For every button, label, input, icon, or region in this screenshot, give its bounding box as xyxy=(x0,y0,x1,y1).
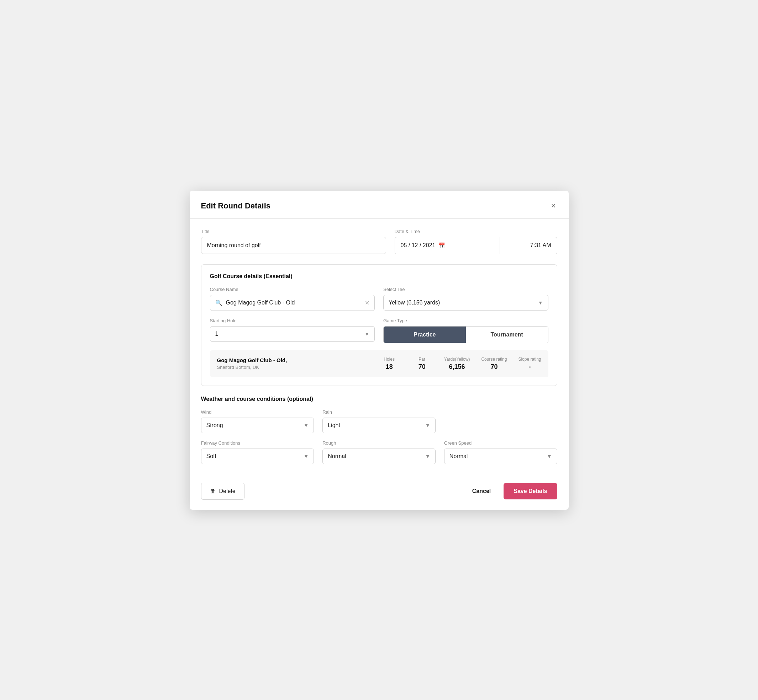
weather-section: Weather and course conditions (optional)… xyxy=(201,396,557,464)
chevron-down-icon: ▼ xyxy=(425,453,430,459)
holes-label: Holes xyxy=(384,357,395,362)
rain-dropdown[interactable]: Light ▼ xyxy=(323,417,435,433)
golf-section-title: Golf Course details (Essential) xyxy=(210,273,548,280)
rough-dropdown[interactable]: Normal ▼ xyxy=(323,448,435,464)
select-tee-group: Select Tee Yellow (6,156 yards) ▼ xyxy=(383,287,548,311)
course-location: Shelford Bottom, UK xyxy=(217,364,367,370)
chevron-down-icon: ▼ xyxy=(547,453,552,459)
edit-round-modal: Edit Round Details × Title Date & Time 0… xyxy=(190,191,568,510)
rain-group: Rain Light ▼ xyxy=(323,409,435,433)
starting-hole-group: Starting Hole 1 ▼ xyxy=(210,318,375,343)
wind-value: Strong xyxy=(207,422,223,429)
rough-label: Rough xyxy=(323,441,435,446)
holes-value: 18 xyxy=(386,363,393,370)
course-tee-row: Course Name 🔍 ✕ Select Tee Yellow (6,156… xyxy=(210,287,548,311)
modal-title: Edit Round Details xyxy=(201,201,271,211)
fairway-dropdown[interactable]: Soft ▼ xyxy=(201,448,314,464)
course-name-input[interactable] xyxy=(226,300,362,306)
green-speed-label: Green Speed xyxy=(444,441,557,446)
green-speed-value: Normal xyxy=(449,453,468,459)
select-tee-dropdown[interactable]: Yellow (6,156 yards) ▼ xyxy=(383,295,548,311)
time-part[interactable]: 7:31 AM xyxy=(500,237,557,254)
course-rating-value: 70 xyxy=(490,363,498,370)
date-label: Date & Time xyxy=(395,229,557,234)
wind-label: Wind xyxy=(201,409,314,415)
chevron-down-icon: ▼ xyxy=(365,331,370,337)
footer-right: Cancel Save Details xyxy=(469,483,557,499)
modal-footer: 🗑 Delete Cancel Save Details xyxy=(190,474,568,510)
practice-button[interactable]: Practice xyxy=(384,327,466,343)
starting-hole-value: 1 xyxy=(215,331,219,337)
date-time-row: 05 / 12 / 2021 📅 7:31 AM xyxy=(395,237,557,254)
course-rating-label: Course rating xyxy=(481,357,507,362)
clear-icon[interactable]: ✕ xyxy=(365,300,370,306)
game-type-label: Game Type xyxy=(383,318,548,323)
course-rating-stat: Course rating 70 xyxy=(481,357,507,370)
chevron-down-icon: ▼ xyxy=(304,423,309,428)
golf-course-section: Golf Course details (Essential) Course N… xyxy=(201,264,557,386)
title-field-group: Title xyxy=(201,229,386,254)
yards-value: 6,156 xyxy=(449,363,465,370)
select-tee-label: Select Tee xyxy=(383,287,548,292)
delete-button[interactable]: 🗑 Delete xyxy=(201,483,244,500)
slope-rating-stat: Slope rating - xyxy=(518,357,541,370)
green-speed-dropdown[interactable]: Normal ▼ xyxy=(444,448,557,464)
fairway-value: Soft xyxy=(207,453,216,459)
modal-body: Title Date & Time 05 / 12 / 2021 📅 7:31 … xyxy=(190,219,568,464)
search-icon: 🔍 xyxy=(215,300,222,306)
rough-value: Normal xyxy=(328,453,346,459)
par-value: 70 xyxy=(418,363,426,370)
fairway-label: Fairway Conditions xyxy=(201,441,314,446)
title-label: Title xyxy=(201,229,386,234)
course-info-name: Gog Magog Golf Club - Old, Shelford Bott… xyxy=(217,357,367,370)
yards-label: Yards(Yellow) xyxy=(444,357,470,362)
starting-hole-dropdown[interactable]: 1 ▼ xyxy=(210,326,375,342)
date-value: 05 / 12 / 2021 xyxy=(401,242,435,248)
chevron-down-icon: ▼ xyxy=(538,300,543,306)
save-button[interactable]: Save Details xyxy=(504,483,557,499)
game-type-toggle: Practice Tournament xyxy=(383,326,548,343)
tournament-button[interactable]: Tournament xyxy=(466,327,548,343)
hole-gametype-row: Starting Hole 1 ▼ Game Type Practice Tou… xyxy=(210,318,548,343)
starting-hole-label: Starting Hole xyxy=(210,318,375,323)
course-name-group: Course Name 🔍 ✕ xyxy=(210,287,375,311)
course-info-row: Gog Magog Golf Club - Old, Shelford Bott… xyxy=(210,350,548,377)
wind-group: Wind Strong ▼ xyxy=(201,409,314,433)
fairway-rough-green-row: Fairway Conditions Soft ▼ Rough Normal ▼… xyxy=(201,441,557,464)
holes-stat: Holes 18 xyxy=(379,357,400,370)
par-label: Par xyxy=(418,357,425,362)
green-speed-group: Green Speed Normal ▼ xyxy=(444,441,557,464)
time-value: 7:31 AM xyxy=(530,242,551,248)
game-type-group: Game Type Practice Tournament xyxy=(383,318,548,343)
weather-title: Weather and course conditions (optional) xyxy=(201,396,557,402)
course-name-bold: Gog Magog Golf Club - Old, xyxy=(217,357,367,363)
cancel-button[interactable]: Cancel xyxy=(469,483,493,499)
chevron-down-icon: ▼ xyxy=(304,453,309,459)
select-tee-value: Yellow (6,156 yards) xyxy=(388,300,440,306)
trash-icon: 🗑 xyxy=(210,488,216,494)
rough-group: Rough Normal ▼ xyxy=(323,441,435,464)
course-name-input-wrap[interactable]: 🔍 ✕ xyxy=(210,295,375,311)
wind-dropdown[interactable]: Strong ▼ xyxy=(201,417,314,433)
rain-label: Rain xyxy=(323,409,435,415)
yards-stat: Yards(Yellow) 6,156 xyxy=(444,357,470,370)
title-input[interactable] xyxy=(201,237,386,254)
slope-rating-label: Slope rating xyxy=(518,357,541,362)
course-name-label: Course Name xyxy=(210,287,375,292)
wind-rain-row: Wind Strong ▼ Rain Light ▼ xyxy=(201,409,557,433)
close-button[interactable]: × xyxy=(550,201,557,211)
fairway-group: Fairway Conditions Soft ▼ xyxy=(201,441,314,464)
date-field-group: Date & Time 05 / 12 / 2021 📅 7:31 AM xyxy=(395,229,557,254)
title-date-row: Title Date & Time 05 / 12 / 2021 📅 7:31 … xyxy=(201,229,557,254)
calendar-icon: 📅 xyxy=(438,242,445,249)
delete-label: Delete xyxy=(219,488,236,494)
par-stat: Par 70 xyxy=(411,357,433,370)
rain-value: Light xyxy=(328,422,340,429)
chevron-down-icon: ▼ xyxy=(425,423,430,428)
slope-rating-value: - xyxy=(528,363,531,370)
modal-header: Edit Round Details × xyxy=(190,191,568,219)
date-part[interactable]: 05 / 12 / 2021 📅 xyxy=(395,237,500,254)
